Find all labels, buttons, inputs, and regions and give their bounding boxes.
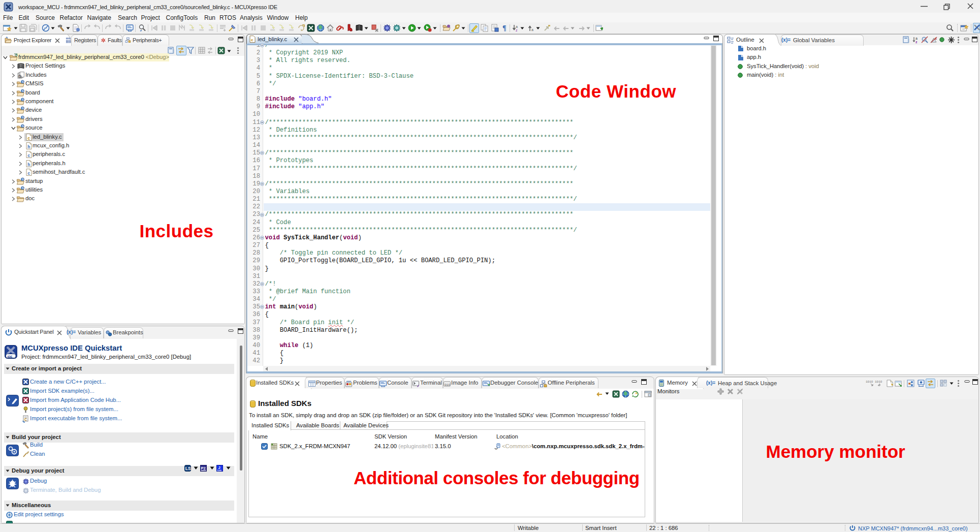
svg-text:a: a (915, 37, 918, 40)
svg-text:h: h (27, 162, 30, 167)
svg-text:C: C (24, 418, 27, 421)
svg-text:a: a (516, 25, 518, 28)
svg-text:1010: 1010 (866, 380, 873, 384)
svg-text:S: S (22, 80, 24, 83)
svg-text:S: S (22, 116, 24, 119)
svg-text:a: a (531, 28, 533, 32)
svg-text:c: c (27, 136, 30, 141)
svg-text:010: 010 (445, 383, 450, 387)
svg-text:Link: Link (217, 469, 222, 472)
svg-text:C: C (15, 54, 17, 57)
svg-text:S: S (22, 98, 24, 101)
svg-text:z: z (915, 40, 918, 44)
svg-text:¶: ¶ (502, 24, 507, 32)
svg-text:S: S (22, 89, 24, 92)
svg-text:S: S (22, 124, 24, 128)
svg-text:S: S (22, 107, 24, 110)
svg-text:1010: 1010 (875, 380, 882, 384)
svg-text:c: c (251, 38, 254, 42)
svg-text:S: S (22, 178, 24, 181)
svg-text:P2: P2 (201, 466, 206, 471)
svg-text:h: h (27, 144, 30, 149)
svg-text:LS: LS (185, 466, 191, 471)
svg-text:IDE: IDE (7, 355, 12, 358)
svg-text:S: S (22, 186, 24, 190)
svg-text:c: c (27, 153, 30, 159)
svg-text:h: h (19, 74, 21, 78)
svg-text:c: c (27, 171, 30, 176)
svg-text:z: z (516, 28, 518, 32)
